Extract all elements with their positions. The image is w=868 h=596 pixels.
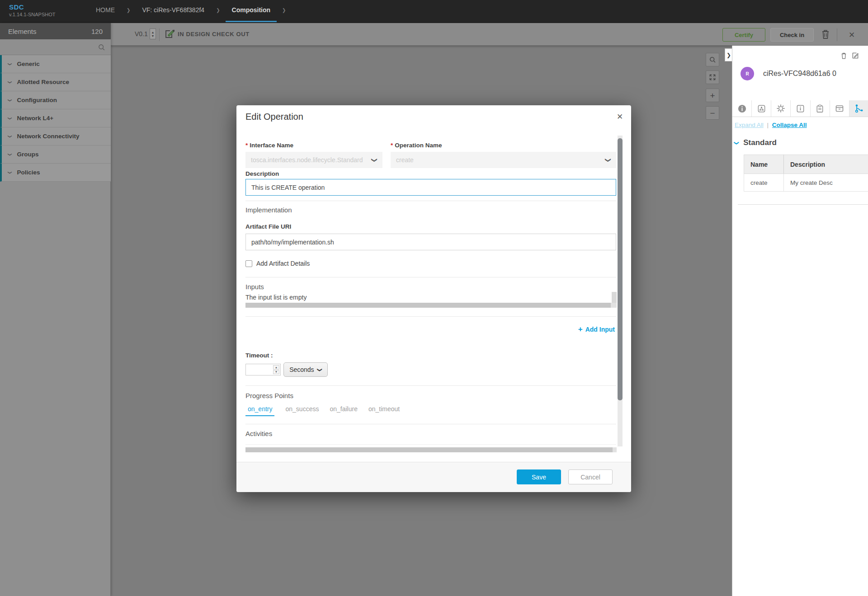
artifact-uri-input[interactable]: path/to/my/implementation.sh (245, 234, 616, 250)
zoom-out-button[interactable]: − (706, 106, 719, 120)
timeout-stepper[interactable]: ▲ ▼ (273, 365, 279, 374)
composition-icon (757, 104, 766, 113)
app-version: v.1.14.1-SNAPSHOT (9, 12, 56, 17)
workspace-toolbar: V0.1 ▲ ▼ IN DESIGN CHECK OUT Certify Che… (111, 23, 868, 46)
tab-on-entry[interactable]: on_entry (245, 405, 274, 416)
expand-all-link[interactable]: Expand All (735, 122, 764, 128)
gear-icon (776, 103, 786, 113)
timeout-unit-dropdown[interactable]: Seconds ❯ (283, 362, 328, 377)
add-input-button[interactable]: + Add Input (578, 325, 615, 333)
section-divider (738, 204, 868, 205)
inputs-empty-message: The input list is empty (245, 294, 307, 301)
divider (245, 277, 616, 277)
save-button[interactable]: Save (517, 469, 561, 484)
chevron-down-icon: ❯ (8, 99, 12, 102)
scrollbar-thumb[interactable] (618, 138, 623, 400)
section-title: Standard (743, 138, 777, 147)
scrollbar-thumb[interactable] (245, 447, 613, 452)
tab-composition[interactable] (752, 100, 771, 117)
archive-icon (835, 103, 844, 113)
breadcrumb-composition[interactable]: Composition (232, 6, 271, 14)
activities-title: Activities (245, 430, 272, 437)
breadcrumb-arrow-icon: ❯ (216, 7, 220, 13)
tab-operations[interactable] (849, 100, 868, 117)
divider (245, 385, 616, 386)
workflow-branch-icon (854, 103, 864, 113)
version-dropdown[interactable]: ▲ ▼ (150, 28, 156, 39)
divider (245, 444, 616, 445)
interface-name-label: *Interface Name (245, 142, 293, 149)
collapse-all-link[interactable]: Collapse All (772, 122, 807, 128)
toolbar-divider (159, 28, 160, 41)
stepper-down-icon: ▼ (273, 370, 279, 375)
breadcrumb-arrow-icon: ❯ (282, 7, 286, 13)
activities-horizontal-scrollbar[interactable] (245, 447, 617, 452)
canvas-search-button[interactable] (706, 53, 719, 66)
certify-button[interactable]: Certify (722, 28, 765, 42)
modal-footer: Save Cancel (236, 462, 631, 492)
panel-tab-bar (732, 100, 868, 117)
tab-on-success[interactable]: on_success (285, 405, 319, 416)
tab-requirements[interactable] (811, 100, 830, 117)
table-row[interactable]: create My create Desc (744, 174, 868, 192)
elements-title: Elements (8, 28, 37, 35)
panel-collapse-button[interactable]: ❯ (725, 48, 732, 61)
sidebar-item-network-connectivity[interactable]: ❯ Network Connectivity (0, 127, 111, 145)
delete-component-icon[interactable] (840, 52, 847, 60)
elements-count: 120 (91, 28, 103, 35)
sidebar-item-network-l4[interactable]: ❯ Network L4+ (0, 109, 111, 127)
chevron-down-icon: ❯ (8, 153, 12, 156)
fullscreen-icon (709, 74, 716, 81)
standard-section-header[interactable]: ❯ Standard (735, 138, 777, 147)
info-square-icon (796, 104, 805, 113)
tab-information[interactable] (732, 100, 752, 117)
add-artifact-details-checkbox[interactable]: Add Artifact Details (245, 260, 310, 267)
col-description: Description (784, 155, 868, 174)
chevron-down-icon: ❯ (371, 158, 378, 163)
sidebar-item-configuration[interactable]: ❯ Configuration (0, 91, 111, 109)
zoom-in-button[interactable]: + (706, 89, 719, 102)
checkin-button[interactable]: Check in (770, 28, 814, 42)
checkbox-icon (245, 260, 252, 267)
tab-artifacts[interactable] (830, 100, 849, 117)
elements-search[interactable] (0, 39, 111, 55)
delete-icon[interactable] (821, 29, 830, 40)
app-logo[interactable]: SDC v.1.14.1-SNAPSHOT (9, 4, 56, 17)
description-input[interactable]: This is CREATE operation (245, 179, 616, 196)
sidebar-item-groups[interactable]: ❯ Groups (0, 145, 111, 164)
info-filled-icon (737, 104, 747, 113)
minus-icon: − (710, 109, 715, 117)
sidebar-item-allotted-resource[interactable]: ❯ Allotted Resource (0, 73, 111, 91)
cell-operation-description: My create Desc (784, 174, 868, 192)
inputs-horizontal-scrollbar[interactable] (245, 303, 617, 308)
scrollbar-thumb[interactable] (245, 303, 611, 308)
artifact-uri-label: Artifact File URI (245, 223, 291, 230)
operation-name-dropdown[interactable]: create ❯ (391, 152, 616, 168)
edit-component-icon[interactable] (852, 52, 859, 60)
tab-info-properties[interactable] (791, 100, 810, 117)
tab-on-timeout[interactable]: on_timeout (368, 405, 400, 416)
sdc-composition-screen: SDC v.1.14.1-SNAPSHOT HOME ❯ VF: ciRes-V… (0, 0, 868, 596)
sidebar-item-generic[interactable]: ❯ Generic (0, 55, 111, 73)
cancel-button[interactable]: Cancel (568, 469, 613, 484)
chevron-down-icon: ❯ (605, 158, 612, 163)
tab-on-failure[interactable]: on_failure (330, 405, 358, 416)
sidebar-item-policies[interactable]: ❯ Policies (0, 164, 111, 182)
clipboard-icon (815, 104, 825, 113)
toolbar-divider (837, 28, 837, 41)
breadcrumb-home[interactable]: HOME (96, 6, 115, 14)
component-details-panel: R ciRes-VFC948d61a6 0 (732, 46, 868, 596)
chevron-down-icon: ❯ (317, 367, 323, 371)
inputs-list-scrollbar[interactable] (612, 292, 617, 303)
close-workspace-icon[interactable]: ✕ (849, 30, 855, 40)
timeout-input[interactable]: ▲ ▼ (245, 364, 281, 375)
tab-settings[interactable] (771, 100, 791, 117)
operations-table: Name Description create My create Desc (744, 155, 868, 192)
version-label: V0.1 (135, 30, 148, 38)
modal-close-icon[interactable]: ✕ (615, 112, 625, 122)
canvas-fullscreen-button[interactable] (706, 70, 719, 84)
breadcrumb-vf[interactable]: VF: ciRes-VF68f382f4 (142, 6, 204, 14)
divider (245, 424, 616, 424)
modal-scrollbar[interactable] (618, 136, 623, 446)
interface-name-dropdown[interactable]: tosca.interfaces.node.lifecycle.Standard… (245, 152, 382, 168)
